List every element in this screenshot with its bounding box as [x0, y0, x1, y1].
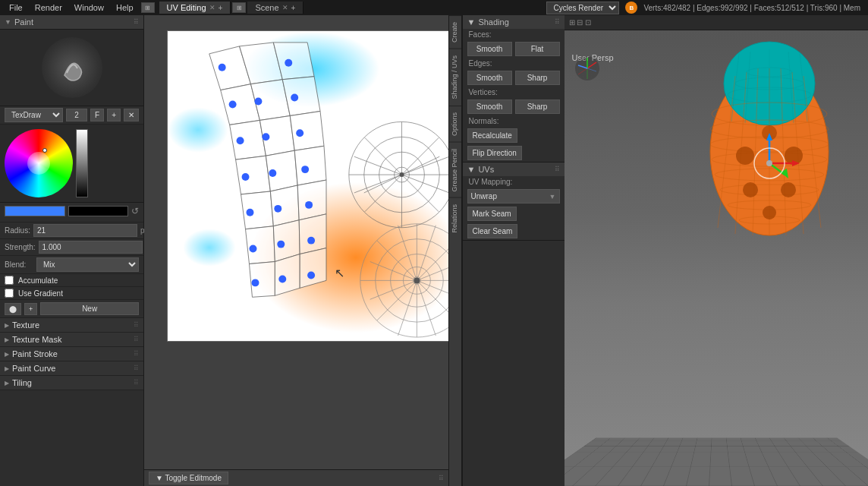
vertices-sharp-button[interactable]: Sharp: [515, 99, 560, 114]
svg-point-71: [736, 147, 754, 165]
tab-relations[interactable]: Relations: [449, 197, 461, 239]
use-gradient-checkbox[interactable]: [5, 289, 14, 298]
svg-point-44: [400, 172, 404, 177]
recalculate-button[interactable]: Recalculate: [467, 128, 517, 143]
tab-uv-editing[interactable]: UV Editing ✕ +: [159, 2, 231, 14]
tab-scene[interactable]: Scene ✕ +: [247, 2, 303, 14]
color-wheel[interactable]: [5, 129, 73, 197]
uvs-options-icon[interactable]: ⠿: [555, 166, 560, 173]
tab-grease-pencil[interactable]: Grease Pencil: [449, 142, 461, 198]
mark-seam-button[interactable]: Mark Seam: [467, 207, 517, 221]
radius-input[interactable]: [33, 224, 137, 237]
texture-tri-icon: ▶: [5, 322, 9, 329]
shading-options-icon[interactable]: ⠿: [555, 18, 560, 26]
svg-point-75: [763, 206, 776, 219]
right-tabs: Create Shading / UVs Options Grease Penc…: [448, 15, 462, 486]
uvs-title: UVs: [478, 165, 494, 174]
tool-f-button[interactable]: F: [90, 109, 104, 122]
unwrap-arrow-icon: ▼: [549, 193, 556, 200]
menu-render[interactable]: Render: [29, 2, 68, 14]
blend-row: Blend: Mix: [0, 256, 143, 274]
tab-create[interactable]: Create: [449, 15, 461, 49]
texture-mask-label: Texture Mask: [12, 335, 61, 344]
blend-select[interactable]: Mix: [36, 257, 139, 272]
topbar-right: Cycles Render B Verts:482/482 | Edges:99…: [546, 2, 865, 14]
3d-view-toolbar-icons: ⊞ ⊟ ⊡: [569, 18, 592, 27]
grid-floor: [565, 438, 869, 486]
tab-close-uv[interactable]: ✕: [209, 4, 215, 11]
unwrap-dropdown[interactable]: Unwrap ▼: [467, 189, 560, 204]
svg-point-0: [219, 64, 226, 71]
uv-canvas[interactable]: ↖: [144, 15, 448, 469]
tab-close-scene[interactable]: ✕: [282, 4, 288, 11]
uvs-section-header: ▼ UVs ⠿: [463, 163, 565, 176]
faces-flat-button[interactable]: Flat: [515, 42, 560, 56]
paint-curve-section[interactable]: ▶ Paint Curve ⠿: [0, 361, 143, 376]
paint-stroke-section[interactable]: ▶ Paint Stroke ⠿: [0, 347, 143, 361]
faces-smooth-button[interactable]: Smooth: [467, 42, 512, 56]
tab-options[interactable]: Options: [449, 106, 461, 142]
flip-direction-button[interactable]: Flip Direction: [467, 146, 522, 160]
paint-stroke-label: Paint Stroke: [12, 349, 58, 358]
paint-logo: [42, 37, 102, 98]
uv-grid-svg: [168, 31, 448, 341]
tool-dropdown[interactable]: TexDraw: [5, 108, 63, 122]
clear-seam-button[interactable]: Clear Seam: [467, 224, 518, 238]
3d-view: ⊞ ⊟ ⊡ User Persp: [565, 15, 869, 486]
workspace-tabs: UV Editing ✕ + ⊞ Scene ✕ +: [159, 2, 304, 14]
paint-stroke-tri-icon: ▶: [5, 351, 9, 358]
toggle-editmode-button[interactable]: ▼ Toggle Editmode: [149, 472, 228, 484]
svg-point-83: [766, 160, 772, 166]
accumulate-checkbox[interactable]: [5, 276, 14, 285]
menu-help[interactable]: Help: [110, 2, 140, 14]
vertices-smooth-button[interactable]: Smooth: [467, 99, 512, 114]
color-circle-icon-btn[interactable]: ⬤: [5, 303, 21, 315]
color-refresh-icon[interactable]: ↺: [131, 206, 139, 216]
tool-close-button[interactable]: ✕: [124, 109, 139, 122]
tab-scene-plus-icon[interactable]: +: [291, 4, 296, 12]
add-slot-btn[interactable]: +: [24, 303, 37, 315]
accumulate-row: Accumulate: [0, 274, 143, 287]
tool-select-row: TexDraw 2 F + ✕: [0, 106, 143, 125]
texture-section[interactable]: ▶ Texture ⠿: [0, 318, 143, 333]
uvs-triangle-icon: ▼: [467, 165, 476, 174]
background-color-swatch[interactable]: [68, 206, 129, 216]
uv-editing-area: ↖ ▼ Toggle Editmode ⠿: [144, 15, 448, 486]
svg-point-7: [254, 98, 262, 106]
menu-window[interactable]: Window: [68, 2, 110, 14]
tool-number[interactable]: 2: [66, 109, 87, 122]
3d-view-header: ⊞ ⊟ ⊡: [565, 15, 869, 30]
blend-label: Blend:: [5, 260, 33, 269]
render-engine-select[interactable]: Cycles Render: [546, 2, 619, 14]
color-brightness-slider[interactable]: [76, 129, 88, 197]
texture-mask-tri-icon: ▶: [5, 336, 9, 343]
tiling-section[interactable]: ▶ Tiling ⠿: [0, 376, 143, 390]
tab-plus-icon[interactable]: +: [219, 4, 223, 12]
radius-label: Radius:: [5, 226, 30, 235]
tool-add-button[interactable]: +: [107, 109, 121, 122]
edges-smooth-button[interactable]: Smooth: [467, 71, 512, 85]
texture-mask-drag-icon: ⠿: [134, 336, 139, 343]
foreground-color-swatch[interactable]: [5, 206, 65, 216]
3d-view-canvas[interactable]: User Persp: [565, 30, 869, 486]
uv-mapping-label: UV Mapping:: [463, 176, 565, 188]
shading-triangle-icon: ▼: [467, 17, 476, 27]
menu-file[interactable]: File: [3, 2, 29, 14]
tab-shading-uvs[interactable]: Shading / UVs: [449, 49, 461, 106]
vertices-button-row: Smooth Sharp: [463, 98, 565, 115]
paint-curve-tri-icon: ▶: [5, 365, 9, 372]
edges-sharp-button[interactable]: Sharp: [515, 71, 560, 85]
svg-point-8: [262, 133, 269, 140]
strength-input[interactable]: [39, 241, 143, 254]
svg-point-3: [242, 173, 250, 181]
tiling-label: Tiling: [12, 378, 32, 387]
svg-point-11: [277, 241, 285, 248]
svg-point-16: [301, 166, 309, 173]
paint-logo-area: [0, 30, 143, 106]
new-button[interactable]: New: [40, 302, 139, 315]
svg-point-15: [296, 129, 303, 137]
egg-3d-model: [693, 38, 845, 251]
faces-button-row: Smooth Flat: [463, 40, 565, 58]
texture-label: Texture: [12, 320, 39, 330]
texture-mask-section[interactable]: ▶ Texture Mask ⠿: [0, 333, 143, 347]
